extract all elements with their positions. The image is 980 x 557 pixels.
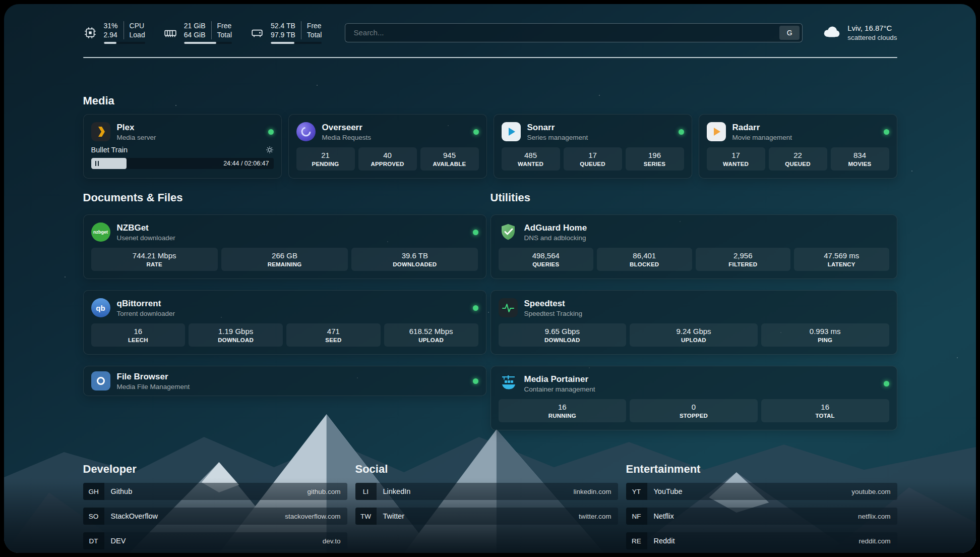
status-online-dot	[268, 129, 274, 135]
link-url: twitter.com	[579, 513, 611, 520]
social-section: Social LI LinkedIn linkedin.com TW Twitt…	[355, 463, 618, 532]
link-linkedin[interactable]: LI LinkedIn linkedin.com	[355, 483, 618, 500]
stat-value: 2,956	[733, 251, 753, 260]
disk-usage-bar	[271, 42, 322, 44]
filebrowser-card[interactable]: File Browser Media File Management	[83, 366, 486, 396]
nzbget-card[interactable]: nzbget NZBGet Usenet downloader 744.21 M…	[83, 214, 486, 279]
search-bar[interactable]: G	[345, 23, 803, 42]
stat-label: LATENCY	[828, 261, 855, 267]
stat-box: 266 GB REMAINING	[221, 248, 348, 271]
ram-usage-bar-fill	[184, 42, 216, 44]
playback-time: 24:44 / 02:06:47	[223, 160, 269, 167]
top-bar: 31% 2.94 CPU Load	[83, 4, 897, 44]
ram-total-value: 64 GiB	[184, 30, 206, 39]
stat-box: 485 WANTED	[502, 147, 560, 171]
stat-value: 471	[327, 327, 340, 336]
stat-box: 21 PENDING	[296, 147, 355, 171]
search-engine-button[interactable]: G	[779, 26, 800, 40]
stat-box: 744.21 Mbps RATE	[91, 248, 218, 271]
link-abbr-badge: GH	[83, 483, 104, 500]
portainer-card[interactable]: Media Portainer Container management 16 …	[491, 366, 897, 430]
stat-value: 834	[853, 151, 866, 159]
sonarr-card[interactable]: Sonarr Series management 485 WANTED 17 Q…	[494, 114, 692, 179]
link-dev[interactable]: DT DEV dev.to	[83, 532, 347, 549]
stat-label: BLOCKED	[630, 261, 659, 267]
stat-value: 9.65 Gbps	[545, 327, 580, 336]
stat-label: PING	[818, 337, 832, 343]
adguard-card[interactable]: AdGuard Home DNS and adblocking 498,564 …	[491, 214, 897, 279]
radarr-card[interactable]: Radarr Movie management 17 WANTED 22 QUE…	[699, 114, 897, 179]
filebrowser-icon	[91, 371, 110, 391]
qbittorrent-icon-text: qb	[96, 304, 105, 312]
stat-label: UPLOAD	[418, 337, 444, 343]
adguard-icon	[499, 222, 518, 242]
cloud-icon	[822, 25, 841, 41]
app-subtitle: Speedtest Tracking	[524, 310, 583, 317]
stat-box: 47.569 ms LATENCY	[794, 248, 889, 271]
link-url: reddit.com	[859, 537, 890, 545]
cpu-label: CPU	[130, 21, 145, 30]
link-netflix[interactable]: NF Netflix netflix.com	[626, 508, 897, 525]
app-subtitle: Series management	[527, 134, 588, 141]
link-name: Netflix	[654, 512, 674, 520]
app-title: Overseerr	[322, 123, 372, 133]
cpu-load-value: 2.94	[104, 30, 118, 39]
overseerr-card[interactable]: Overseerr Media Requests 21 PENDING 40 A…	[288, 114, 487, 179]
link-reddit[interactable]: RE Reddit reddit.com	[626, 532, 897, 549]
stat-box: 22 QUEUED	[769, 147, 827, 171]
status-online-dot	[473, 305, 478, 311]
link-github[interactable]: GH Github github.com	[83, 483, 347, 500]
link-name: DEV	[111, 537, 126, 545]
stat-box: 1.19 Gbps DOWNLOAD	[189, 323, 283, 347]
stat-label: PENDING	[312, 161, 339, 167]
stat-box: 945 AVAILABLE	[420, 147, 479, 171]
stat-value: 485	[524, 151, 537, 159]
utilities-heading: Utilities	[491, 191, 897, 204]
app-title: Sonarr	[527, 123, 588, 133]
stat-value: 0.993 ms	[810, 327, 841, 336]
link-stackoverflow[interactable]: SO StackOverflow stackoverflow.com	[83, 508, 347, 525]
stat-box: 0.993 ms PING	[761, 323, 889, 347]
ram-icon	[163, 26, 177, 40]
stat-box: 471 SEED	[286, 323, 381, 347]
app-title: Media Portainer	[524, 374, 595, 384]
stat-value: 1.19 Gbps	[218, 327, 253, 336]
system-metrics: 31% 2.94 CPU Load	[83, 21, 322, 44]
status-online-dot	[473, 129, 479, 135]
link-name: Twitter	[383, 512, 405, 520]
stat-label: RUNNING	[548, 413, 576, 419]
stat-value: 40	[383, 151, 392, 159]
link-abbr-badge: LI	[355, 483, 377, 500]
cpu-usage-bar	[104, 42, 145, 44]
app-subtitle: DNS and adblocking	[524, 234, 587, 242]
link-youtube[interactable]: YT YouTube youtube.com	[626, 483, 897, 500]
link-url: github.com	[307, 488, 340, 495]
developer-section: Developer GH Github github.com SO StackO…	[83, 463, 347, 553]
link-twitter[interactable]: TW Twitter twitter.com	[355, 508, 618, 525]
stat-label: AVAILABLE	[433, 161, 466, 167]
overseerr-icon	[296, 122, 316, 141]
plex-card[interactable]: Plex Media server Bullet Train	[83, 114, 282, 179]
stat-label: LEECH	[128, 337, 148, 343]
portainer-icon	[499, 374, 518, 393]
stat-label: SEED	[325, 337, 341, 343]
developer-heading: Developer	[83, 463, 347, 476]
stat-box: 9.65 Gbps DOWNLOAD	[499, 323, 627, 347]
link-abbr-badge: DT	[83, 532, 104, 549]
disk-usage-bar-fill	[271, 42, 294, 44]
search-input[interactable]	[352, 28, 779, 37]
status-online-dot	[473, 378, 478, 384]
stat-box: 834 MOVIES	[831, 147, 889, 171]
settings-gear-icon[interactable]	[266, 146, 274, 154]
status-online-dot	[679, 129, 684, 135]
stat-label: MOVIES	[848, 161, 872, 167]
stat-value: 744.21 Mbps	[133, 251, 176, 260]
stat-value: 16	[558, 403, 567, 411]
stat-box: 16 RUNNING	[499, 399, 627, 422]
speedtest-card[interactable]: Speedtest Speedtest Tracking 9.65 Gbps D…	[491, 290, 897, 355]
qbittorrent-card[interactable]: qb qBittorrent Torrent downloader 16 LEE…	[83, 290, 486, 355]
pause-button[interactable]	[95, 161, 99, 166]
link-abbr-badge: TW	[355, 508, 377, 525]
playback-progress-bar[interactable]: 24:44 / 02:06:47	[91, 158, 274, 169]
now-playing-title: Bullet Train	[91, 146, 128, 154]
